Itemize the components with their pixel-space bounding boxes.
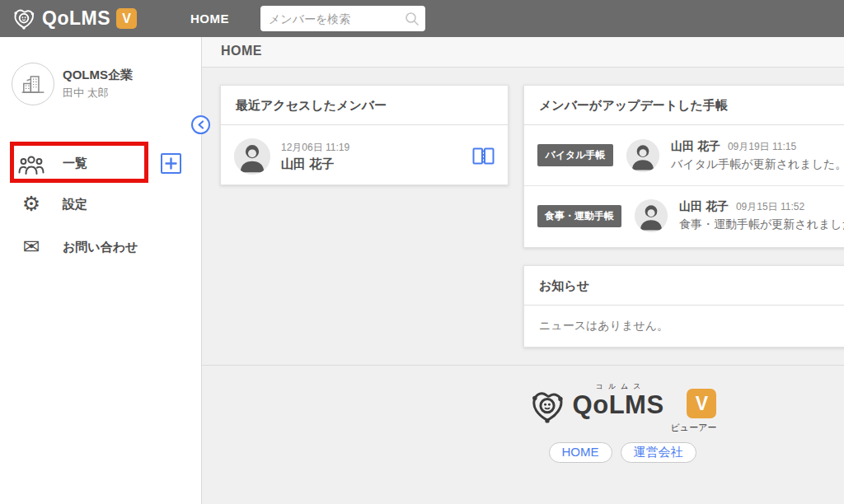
- footer-brand-name: QoLMS: [573, 392, 664, 418]
- update-datetime: 09月15日 11:52: [736, 200, 804, 214]
- footer-viewer-badge: V: [687, 389, 716, 418]
- open-notebook-button[interactable]: [472, 147, 495, 166]
- member-row[interactable]: 12月06日 11:19 山田 花子: [221, 127, 508, 185]
- update-message: バイタル手帳が更新されました。: [671, 157, 844, 172]
- brand-logo[interactable]: QoLMS V: [12, 0, 137, 37]
- page-title-bar: HOME: [202, 37, 844, 68]
- plus-icon: [165, 157, 177, 170]
- sidebar-item-list-label: 一覧: [63, 156, 87, 171]
- qolms-shield-icon: [12, 7, 36, 31]
- nav-home[interactable]: HOME: [190, 0, 229, 37]
- building-icon: [20, 71, 46, 97]
- footer-link-home[interactable]: HOME: [549, 442, 612, 463]
- page-footer: コルムス QoLMS V ビューアー HOME 運営会社: [202, 381, 844, 463]
- news-empty-message: ニュースはありません。: [524, 306, 844, 347]
- update-datetime: 09月19日 11:15: [728, 140, 796, 154]
- sidebar: QOLMS企業 田中 太郎 一覧 ⚙ 設定 ✉: [0, 37, 202, 504]
- sidebar-item-contact[interactable]: ✉ お問い合わせ: [0, 235, 157, 263]
- updated-notebooks-title: メンバーがアップデートした手帳: [524, 86, 844, 125]
- envelope-icon: ✉: [18, 235, 45, 259]
- footer-logo: コルムス QoLMS V ビューアー: [528, 381, 717, 434]
- brand-viewer-badge: V: [116, 8, 137, 29]
- footer-links: HOME 運営会社: [202, 442, 844, 463]
- member-search: [260, 6, 425, 31]
- search-icon[interactable]: [404, 11, 420, 30]
- footer-viewer-label: ビューアー: [671, 422, 717, 434]
- update-row[interactable]: 食事・運動手帳 山田 花子 09月15日 11:52 食事・運動手帳が更新されま…: [524, 185, 844, 245]
- member-texts: 12月06日 11:19 山田 花子: [281, 141, 472, 172]
- notebook-badge: バイタル手帳: [537, 144, 613, 166]
- search-input[interactable]: [260, 6, 425, 31]
- sidebar-item-settings[interactable]: ⚙ 設定: [0, 192, 157, 220]
- update-row[interactable]: バイタル手帳 山田 花子 09月19日 11:15 バイタル手帳が更新されました…: [524, 125, 844, 185]
- member-avatar: [234, 138, 270, 175]
- news-card: お知らせ ニュースはありません。: [523, 265, 844, 348]
- org-avatar: [12, 63, 54, 105]
- member-name: 山田 花子: [281, 156, 472, 172]
- notebook-badge: 食事・運動手帳: [537, 205, 621, 227]
- qolms-shield-icon: [528, 388, 566, 426]
- sidebar-collapse-button[interactable]: [191, 115, 210, 134]
- content-divider: [202, 365, 844, 366]
- brand-name: QoLMS: [42, 7, 110, 30]
- add-member-button[interactable]: [161, 153, 181, 174]
- member-avatar: [635, 199, 668, 232]
- main-area: HOME 最近アクセスしたメンバー 12月06日 11:19 山田 花子: [202, 37, 844, 504]
- sidebar-item-settings-label: 設定: [63, 197, 87, 212]
- sidebar-item-contact-label: お問い合わせ: [63, 240, 138, 255]
- member-avatar: [626, 139, 659, 172]
- update-texts: 山田 花子 09月15日 11:52 食事・運動手帳が更新されました。: [679, 199, 844, 232]
- app-header: QoLMS V HOME: [0, 0, 844, 37]
- org-name: QOLMS企業: [63, 68, 133, 83]
- member-access-datetime: 12月06日 11:19: [281, 141, 472, 155]
- update-message: 食事・運動手帳が更新されました。: [679, 217, 844, 232]
- main-content: 最近アクセスしたメンバー 12月06日 11:19 山田 花子: [202, 68, 844, 504]
- sidebar-item-list[interactable]: 一覧: [0, 151, 157, 179]
- org-user-name: 田中 太郎: [63, 86, 109, 100]
- page-title: HOME: [221, 44, 262, 58]
- chevron-left-icon: [197, 120, 204, 129]
- recent-members-card: 最近アクセスしたメンバー 12月06日 11:19 山田 花子: [220, 85, 509, 185]
- members-group-icon: [18, 153, 45, 179]
- gear-icon: ⚙: [18, 192, 45, 216]
- updated-notebooks-card: メンバーがアップデートした手帳 バイタル手帳 山田 花子 09月19日 11:1…: [523, 85, 844, 248]
- footer-link-company[interactable]: 運営会社: [621, 442, 696, 463]
- member-name: 山田 花子: [671, 139, 720, 154]
- news-title: お知らせ: [524, 266, 844, 306]
- recent-members-title: 最近アクセスしたメンバー: [221, 86, 508, 125]
- member-name: 山田 花子: [679, 199, 729, 214]
- update-texts: 山田 花子 09月19日 11:15 バイタル手帳が更新されました。: [671, 139, 844, 172]
